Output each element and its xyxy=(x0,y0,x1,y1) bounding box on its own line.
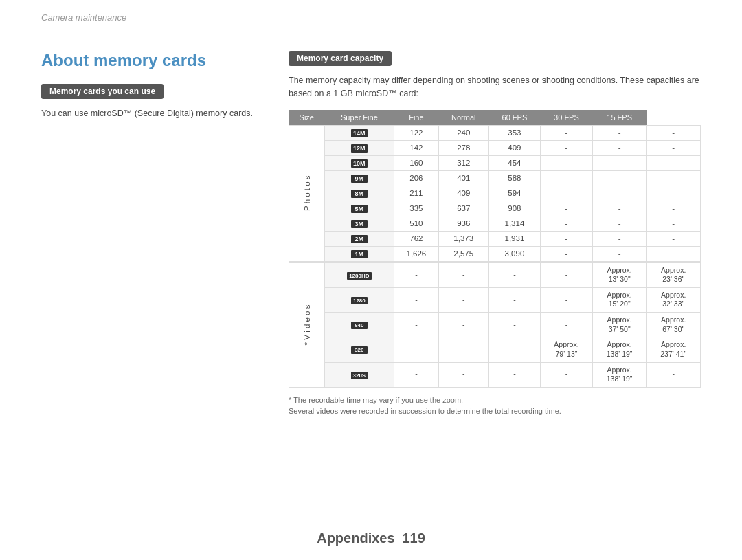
size-icon: 5M xyxy=(324,201,394,216)
table-cell: Approx. 138' 19" xyxy=(592,362,647,387)
table-cell: 353 xyxy=(488,125,540,140)
table-cell: Approx. 32' 33" xyxy=(647,287,701,312)
page-footer: Appendixes 119 xyxy=(0,530,742,546)
col-header-15fps: 15 FPS xyxy=(592,110,647,126)
table-cell: - xyxy=(541,186,593,201)
table-row: 12M142278409--- xyxy=(289,140,701,155)
table-cell: 908 xyxy=(488,201,540,216)
capacity-table: Size Super Fine Fine Normal 60 FPS 30 FP… xyxy=(289,110,701,388)
table-cell: - xyxy=(647,216,701,231)
table-cell: - xyxy=(592,201,647,216)
table-cell: - xyxy=(438,362,488,387)
page: Camera maintenance About memory cards Me… xyxy=(0,0,742,560)
table-cell: - xyxy=(438,262,488,287)
table-cell: - xyxy=(647,186,701,201)
table-cell: 312 xyxy=(438,155,488,170)
table-cell: - xyxy=(541,287,593,312)
table-row: 1M1,6262,5753,090-- xyxy=(289,246,701,261)
left-column: About memory cards Memory cards you can … xyxy=(41,51,261,417)
table-cell: Approx. 13' 30" xyxy=(592,262,647,287)
table-cell: - xyxy=(541,246,593,261)
table-row: 320---Approx. 79' 13"Approx. 138' 19"App… xyxy=(289,337,701,362)
table-cell xyxy=(647,246,701,261)
table-cell: Approx. 237' 41" xyxy=(647,337,701,362)
table-cell: - xyxy=(488,262,540,287)
size-icon: 2M xyxy=(324,231,394,246)
table-cell: - xyxy=(488,362,540,387)
table-cell: 637 xyxy=(438,201,488,216)
table-cell: 211 xyxy=(394,186,438,201)
table-cell: - xyxy=(438,287,488,312)
footer-label: Appendixes xyxy=(317,530,394,546)
size-icon: 1280HD xyxy=(324,262,394,287)
table-row: * V i d e o s1280HD----Approx. 13' 30"Ap… xyxy=(289,262,701,287)
table-cell: - xyxy=(488,337,540,362)
table-row: 2M7621,3731,931--- xyxy=(289,231,701,246)
table-cell: 142 xyxy=(394,140,438,155)
size-icon: 1280 xyxy=(324,287,394,312)
table-cell: - xyxy=(592,216,647,231)
table-row: 640----Approx. 37' 50"Approx. 67' 30" xyxy=(289,313,701,337)
table-cell: - xyxy=(438,337,488,362)
table-cell: - xyxy=(647,231,701,246)
capacity-intro: The memory capacity may differ depending… xyxy=(289,74,701,100)
table-cell: - xyxy=(592,125,647,140)
footnote-line2: Several videos were recorded in successi… xyxy=(289,405,701,417)
col-header-normal: Normal xyxy=(438,110,488,126)
table-cell: - xyxy=(394,287,438,312)
table-cell: - xyxy=(541,155,593,170)
size-icon: 14M xyxy=(324,125,394,140)
memory-cards-text: You can use microSD™ (Secure Digital) me… xyxy=(41,107,261,120)
table-row: 1280----Approx. 15' 20"Approx. 32' 33" xyxy=(289,287,701,312)
table-row: P h o t o s14M122240353--- xyxy=(289,125,701,140)
memory-cards-badge: Memory cards you can use xyxy=(41,84,164,99)
table-cell: 240 xyxy=(438,125,488,140)
table-cell: - xyxy=(541,313,593,337)
col-header-60fps: 60 FPS xyxy=(488,110,540,126)
table-cell: 588 xyxy=(488,170,540,186)
table-cell: - xyxy=(541,140,593,155)
header: Camera maintenance xyxy=(41,0,701,30)
size-icon: 10M xyxy=(324,155,394,170)
table-cell: - xyxy=(488,287,540,312)
table-cell: 206 xyxy=(394,170,438,186)
table-cell: - xyxy=(541,201,593,216)
table-cell: - xyxy=(394,337,438,362)
col-header-superfine: Super Fine xyxy=(324,110,394,126)
table-cell: - xyxy=(592,231,647,246)
table-cell: Approx. 79' 13" xyxy=(541,337,593,362)
table-cell: - xyxy=(592,186,647,201)
table-cell: Approx. 67' 30" xyxy=(647,313,701,337)
table-cell: - xyxy=(592,246,647,261)
table-cell: 2,575 xyxy=(438,246,488,261)
table-cell: - xyxy=(647,201,701,216)
table-cell: 3,090 xyxy=(488,246,540,261)
table-cell: - xyxy=(592,140,647,155)
right-column: Memory card capacity The memory capacity… xyxy=(289,51,701,417)
table-cell: 936 xyxy=(438,216,488,231)
table-cell: - xyxy=(647,170,701,186)
table-cell: - xyxy=(394,262,438,287)
table-cell: - xyxy=(647,140,701,155)
size-icon: 320S xyxy=(324,362,394,387)
videos-label: * V i d e o s xyxy=(289,262,325,387)
size-icon: 9M xyxy=(324,170,394,186)
table-cell: 1,373 xyxy=(438,231,488,246)
table-cell: 594 xyxy=(488,186,540,201)
table-row: 5M335637908--- xyxy=(289,201,701,216)
table-cell: - xyxy=(541,125,593,140)
table-cell: - xyxy=(541,216,593,231)
breadcrumb: Camera maintenance xyxy=(41,12,126,23)
table-cell: 1,626 xyxy=(394,246,438,261)
table-row: 320S----Approx. 138' 19"- xyxy=(289,362,701,387)
size-icon: 8M xyxy=(324,186,394,201)
footnote-line1: * The recordable time may vary if you us… xyxy=(289,394,701,406)
footnote: * The recordable time may vary if you us… xyxy=(289,394,701,417)
table-cell: - xyxy=(541,231,593,246)
table-row: 9M206401588--- xyxy=(289,170,701,186)
table-cell: - xyxy=(541,362,593,387)
col-header-fine: Fine xyxy=(394,110,438,126)
table-cell: 762 xyxy=(394,231,438,246)
table-cell: - xyxy=(647,155,701,170)
table-row: 10M160312454--- xyxy=(289,155,701,170)
